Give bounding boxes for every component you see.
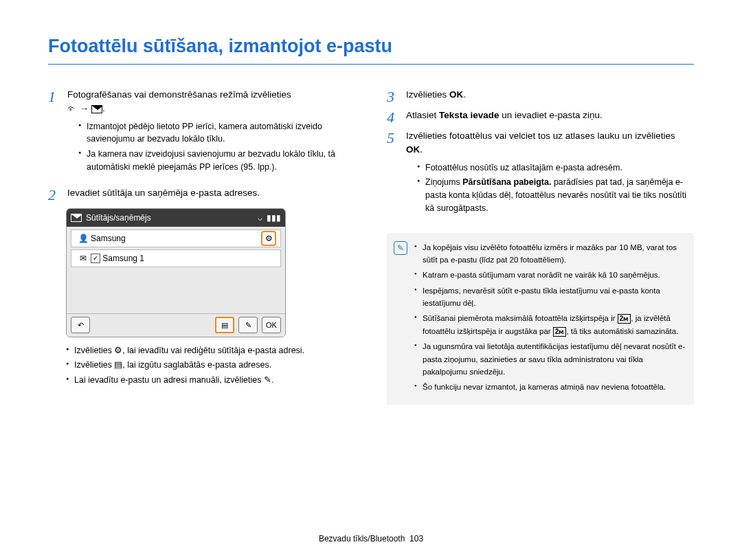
bullet-item: Izvēlieties ⚙, lai ievadītu vai rediģētu… [66, 344, 355, 357]
edit-icon: ✎ [264, 375, 271, 385]
step3-text: Izvēlieties [406, 89, 449, 100]
note-item: Iespējams, nevarēsit sūtīt e-pastu tīkla… [414, 284, 686, 310]
left-column: 1 Fotografēšanas vai demonstrēšanas režī… [48, 88, 355, 405]
contacts-button[interactable]: ▤ [215, 317, 234, 333]
step3-bold: OK [449, 89, 463, 100]
signal-icon: ⌵ [258, 212, 262, 224]
resolution-badge: 2ᴍ [553, 327, 567, 337]
step2-text: Ievadiet sūtītāja un saņēmēja e-pasta ad… [67, 188, 260, 198]
step1-text: Fotografēšanas vai demonstrēšanas režīmā… [67, 89, 291, 100]
sender-value: Samsung [91, 232, 126, 245]
step5-text: Izvēlieties fotoattēlus vai velciet tos … [406, 131, 675, 141]
bullet-item: Izmantojot pēdējo lietoto PP ierīci, kam… [78, 120, 355, 146]
wifi-icon: ᯤ [67, 104, 77, 113]
recipient-row[interactable]: ✉ ✓ Samsung 1 [71, 249, 281, 267]
envelope-icon: ✉ [76, 252, 91, 265]
envelope-icon [71, 213, 82, 222]
gear-button[interactable]: ⚙ [261, 231, 276, 246]
note-item: Katram e-pasta sūtījumam varat norādīt n… [414, 269, 686, 281]
step-number-2: 2 [48, 186, 60, 203]
bullet-item: Fotoattēlus nosūtīs uz atlasītajām e-pas… [417, 161, 694, 175]
bullet-item: Izvēlieties ▤, lai izgūtu saglabātās e-p… [66, 359, 355, 372]
note-icon: ✎ [394, 241, 407, 255]
page-title: Fotoattēlu sūtīšana, izmantojot e-pastu [48, 36, 694, 65]
step-number-5: 5 [387, 129, 399, 223]
back-button[interactable]: ↶ [71, 317, 90, 333]
step4-bold: Teksta ievade [439, 110, 499, 120]
note-item: Ja ugunsmūra vai lietotāja autentifikāci… [414, 340, 686, 378]
bullet-item: Lai ievadītu e-pastu un adresi manuāli, … [66, 374, 355, 387]
bullet-item: Ziņojums Pārsūtīšana pabeigta. parādīsie… [417, 176, 694, 214]
screenshot-header: Sūtītājs/saņēmējs [86, 212, 151, 224]
checkbox[interactable]: ✓ [91, 254, 100, 263]
step4-text: Atlasiet [406, 110, 439, 120]
camera-screenshot: Sūtītājs/saņēmējs ⌵ ▮▮▮ 👤 Samsung ⚙ ✉ ✓ [66, 208, 286, 337]
gear-icon: ⚙ [114, 346, 122, 355]
step-number-1: 1 [48, 88, 60, 182]
step2-bullets: Izvēlieties ⚙, lai ievadītu vai rediģētu… [55, 344, 355, 387]
person-icon: 👤 [76, 232, 91, 245]
battery-icon: ▮▮▮ [267, 212, 281, 224]
step-number-4: 4 [387, 109, 399, 125]
sender-row[interactable]: 👤 Samsung ⚙ [71, 229, 281, 247]
right-column: 3 Izvēlieties OK. 4 Atlasiet Teksta ieva… [387, 88, 694, 405]
contacts-icon: ▤ [114, 360, 122, 370]
ok-button[interactable]: OK [262, 317, 281, 333]
step1-bullets: Izmantojot pēdējo lietoto PP ierīci, kam… [67, 120, 355, 174]
arrow-text: → [80, 103, 91, 113]
envelope-icon [91, 104, 102, 114]
recipient-value: Samsung 1 [102, 252, 144, 265]
step-number-3: 3 [387, 88, 399, 104]
resolution-badge: 2ᴍ [618, 314, 631, 324]
page-footer: Bezvadu tīkls/Bluetooth 103 [0, 534, 742, 544]
bullet-item: Ja kamera nav izveidojusi savienojumu ar… [78, 148, 355, 174]
step5-bullets: Fotoattēlus nosūtīs uz atlasītajām e-pas… [406, 161, 694, 215]
footer-section: Bezvadu tīkls/Bluetooth [319, 534, 405, 544]
step5-bold: OK [406, 144, 420, 155]
note-item: Ja kopējais visu izvēlēto fotoattēlu izm… [414, 241, 686, 267]
note-item: Šo funkciju nevar izmantot, ja kameras a… [414, 381, 686, 393]
note-item: Sūtīšanai piemērota maksimālā fotoattēla… [414, 312, 686, 337]
edit-button[interactable]: ✎ [238, 317, 258, 333]
info-note: ✎ Ja kopējais visu izvēlēto fotoattēlu i… [387, 233, 694, 405]
page-number: 103 [409, 534, 423, 544]
note-list: Ja kopējais visu izvēlēto fotoattēlu izm… [414, 241, 686, 396]
